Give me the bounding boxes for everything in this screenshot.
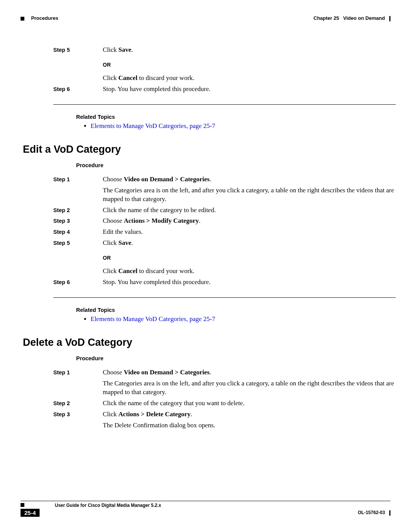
header-mark-icon xyxy=(21,17,24,21)
step-bold: Video on Demand > Categories xyxy=(124,369,209,376)
footer-mark-icon xyxy=(21,503,24,507)
step-row: Step 3 Click Actions > Delete Category. … xyxy=(23,410,396,430)
step-text: Click xyxy=(103,267,118,275)
or-divider: OR xyxy=(103,254,396,262)
step-text: Click xyxy=(103,74,118,81)
step-bold: Cancel xyxy=(118,267,137,275)
step-text: Stop. You have completed this procedure. xyxy=(103,85,396,94)
step-bold: Video on Demand > Categories xyxy=(124,176,209,183)
step-bold: Save xyxy=(118,239,131,246)
step-text: . xyxy=(210,176,211,183)
step-label: Step 4 xyxy=(23,228,103,236)
header-section: Procedures xyxy=(31,15,59,21)
header-chapter: Chapter 25 xyxy=(314,15,339,21)
step-desc: The Categories area is on the left, and … xyxy=(103,186,396,204)
step-text: . xyxy=(199,217,200,224)
divider xyxy=(53,104,396,105)
step-label: Step 3 xyxy=(23,217,103,225)
step-text: Click xyxy=(103,46,118,53)
related-topic-link[interactable]: Elements to Manage VoD Categories, page … xyxy=(91,122,215,129)
footer-doc-id: OL-15762-03 xyxy=(358,510,385,515)
step-text: . xyxy=(191,411,192,418)
step-row: Step 4 Edit the values. xyxy=(23,228,396,236)
step-text: Stop. You have completed this procedure. xyxy=(103,278,396,287)
step-text: Choose xyxy=(103,369,124,376)
step-text: Click xyxy=(103,411,118,418)
step-row: Step 2 Click the name of the category th… xyxy=(23,399,396,408)
related-topic-link[interactable]: Elements to Manage VoD Categories, page … xyxy=(91,315,215,323)
related-topics-list: Elements to Manage VoD Categories, page … xyxy=(84,315,396,323)
step-label: Step 1 xyxy=(23,175,103,204)
step-label: Step 5 xyxy=(23,46,103,83)
step-text: Choose xyxy=(103,217,124,224)
procedure-heading: Procedure xyxy=(76,162,396,168)
step-text: . xyxy=(210,369,211,376)
related-topics-heading: Related Topics xyxy=(76,307,396,313)
step-row: Step 2 Click the name of the category to… xyxy=(23,206,396,215)
step-text: . xyxy=(131,239,133,246)
header-bar-icon xyxy=(389,16,390,21)
step-text: Choose xyxy=(103,176,124,183)
step-text: Click xyxy=(103,239,118,246)
divider xyxy=(53,297,396,298)
section-heading-edit: Edit a VoD Category xyxy=(23,144,396,155)
step-label: Step 2 xyxy=(23,206,103,215)
footer-guide-title: User Guide for Cisco Digital Media Manag… xyxy=(55,503,161,508)
step-text: Edit the values. xyxy=(103,228,396,236)
header-chapter-title: Video on Demand xyxy=(343,15,385,21)
step-bold: Actions > Modify Category xyxy=(124,217,199,224)
step-text: . xyxy=(131,46,133,53)
step-text: Click the name of the category to be edi… xyxy=(103,206,396,215)
step-row: Step 1 Choose Video on Demand > Categori… xyxy=(23,175,396,204)
related-topics-list: Elements to Manage VoD Categories, page … xyxy=(84,122,396,130)
or-divider: OR xyxy=(103,61,396,69)
step-label: Step 1 xyxy=(23,368,103,397)
step-label: Step 6 xyxy=(23,85,103,94)
step-bold: Actions > Delete Category xyxy=(118,411,191,418)
section-heading-delete: Delete a VoD Category xyxy=(23,337,396,348)
step-row: Step 5 Click Save. OR Click Cancel to di… xyxy=(23,46,396,83)
step-desc: The Delete Confirmation dialog box opens… xyxy=(103,421,396,430)
step-row: Step 6 Stop. You have completed this pro… xyxy=(23,278,396,287)
footer-bar-icon xyxy=(389,510,390,516)
step-label: Step 6 xyxy=(23,278,103,287)
step-label: Step 3 xyxy=(23,410,103,430)
step-label: Step 5 xyxy=(23,239,103,276)
step-row: Step 1 Choose Video on Demand > Categori… xyxy=(23,368,396,397)
step-bold: Save xyxy=(118,46,131,53)
step-bold: Cancel xyxy=(118,74,137,81)
step-desc: The Categories area is on the left, and … xyxy=(103,379,396,397)
step-row: Step 3 Choose Actions > Modify Category. xyxy=(23,217,396,225)
related-topics-heading: Related Topics xyxy=(76,114,396,120)
step-text: to discard your work. xyxy=(137,74,194,81)
step-text: Click the name of the category that you … xyxy=(103,399,396,408)
step-row: Step 6 Stop. You have completed this pro… xyxy=(23,85,396,94)
step-label: Step 2 xyxy=(23,399,103,408)
step-row: Step 5 Click Save. OR Click Cancel to di… xyxy=(23,239,396,276)
footer-page-number: 25-4 xyxy=(21,509,40,517)
page-footer: User Guide for Cisco Digital Media Manag… xyxy=(21,501,390,517)
step-text: to discard your work. xyxy=(137,267,194,275)
procedure-heading: Procedure xyxy=(76,355,396,361)
